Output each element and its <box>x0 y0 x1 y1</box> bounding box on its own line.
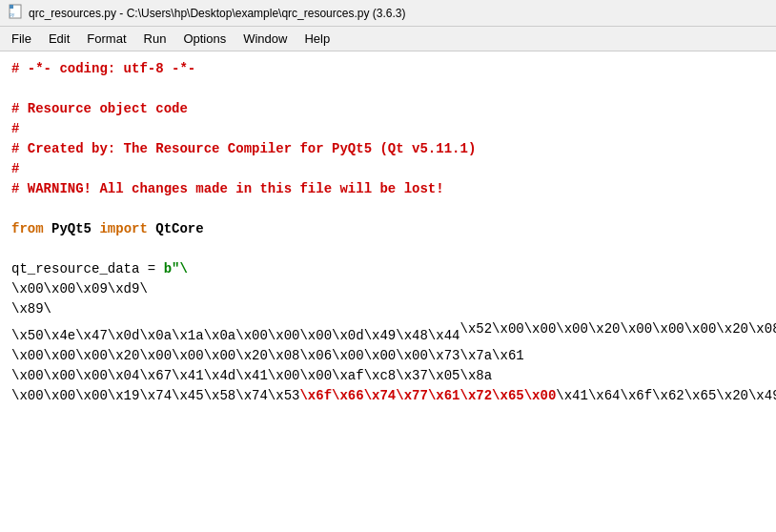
code-line-1: # -*- coding: utf-8 -*- <box>11 59 765 79</box>
code-line-blank-1 <box>11 79 765 99</box>
menu-window[interactable]: Window <box>235 30 295 48</box>
code-line-3: # <box>11 119 765 139</box>
menu-bar: File Edit Format Run Options Window Help <box>0 27 776 51</box>
code-line-5: # <box>11 159 765 179</box>
menu-help[interactable]: Help <box>296 30 337 48</box>
code-line-hex-1: \x00\x00\x09\xd9\ <box>11 279 765 299</box>
code-line-hex-4: \x00\x00\x00\x20\x00\x00\x00\x20\x08\x06… <box>11 346 765 366</box>
menu-edit[interactable]: Edit <box>41 30 77 48</box>
code-line-2: # Resource object code <box>11 99 765 119</box>
code-line-hex-5: \x00\x00\x00\x04\x67\x41\x4d\x41\x00\x00… <box>11 366 765 386</box>
code-line-blank-3 <box>11 239 765 259</box>
code-line-hex-2: \x89\ <box>11 299 765 319</box>
code-line-6: # WARNING! All changes made in this file… <box>11 179 765 199</box>
code-line-import: from PyQt5 import QtCore <box>11 219 765 239</box>
python-file-icon: py <box>8 4 23 22</box>
code-line-blank-2 <box>11 199 765 219</box>
menu-file[interactable]: File <box>4 30 39 48</box>
code-line-4: # Created by: The Resource Compiler for … <box>11 139 765 159</box>
code-line-assignment: qt_resource_data = b"\ <box>11 259 765 279</box>
svg-text:py: py <box>10 11 15 17</box>
svg-rect-1 <box>10 5 13 9</box>
code-editor[interactable]: # -*- coding: utf-8 -*- # Resource objec… <box>0 51 776 532</box>
menu-format[interactable]: Format <box>79 30 133 48</box>
menu-options[interactable]: Options <box>175 30 234 48</box>
title-text: qrc_resources.py - C:\Users\hp\Desktop\e… <box>29 7 406 20</box>
code-line-hex-3: \x50\x4e\x47\x0d\x0a\x1a\x0a\x00\x00\x00… <box>11 319 765 346</box>
title-bar: py qrc_resources.py - C:\Users\hp\Deskto… <box>0 0 776 27</box>
menu-run[interactable]: Run <box>136 30 174 48</box>
code-line-hex-6: \x00\x00\x00\x19\x74\x45\x58\x74\x53\x6f… <box>11 386 765 406</box>
